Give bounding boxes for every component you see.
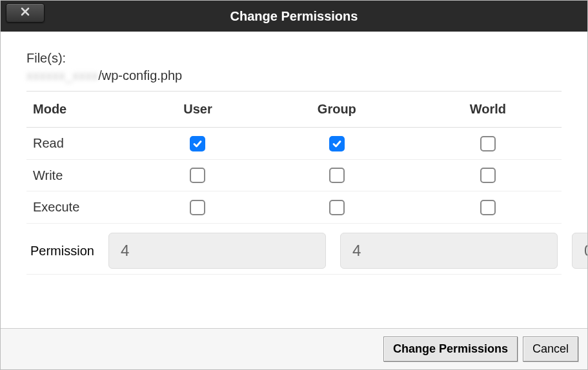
close-icon [20,6,30,19]
checkbox-read-world[interactable] [480,136,496,151]
permissions-dialog: Change Permissions File(s): xxxxxx_xxxx/… [0,0,588,370]
permission-world-input[interactable] [572,233,587,269]
checkbox-read-group[interactable] [329,136,345,151]
table-row: Write [26,159,562,191]
checkbox-execute-user[interactable] [190,200,205,215]
dialog-body: File(s): xxxxxx_xxxx/wp-config.php Mode … [1,32,587,328]
checkbox-write-user[interactable] [190,168,205,183]
permission-label: Permission [26,244,94,258]
cancel-button[interactable]: Cancel [523,336,578,362]
row-label: Read [26,128,136,160]
checkbox-execute-group[interactable] [329,200,345,215]
files-label: File(s): [26,51,562,66]
header-group: Group [259,92,414,128]
permission-row: Permission [26,224,562,275]
checkbox-write-world[interactable] [480,168,496,183]
header-mode: Mode [26,92,136,128]
dialog-footer: Change Permissions Cancel [1,328,587,369]
titlebar: Change Permissions [1,1,587,32]
close-button[interactable] [6,3,45,23]
table-row: Execute [26,191,562,224]
permission-group-input[interactable] [340,233,558,269]
permissions-tbody: ReadWriteExecute [26,128,562,224]
file-path-hidden: xxxxxx_xxxx [26,68,98,83]
checkbox-read-user[interactable] [190,136,205,151]
checkbox-execute-world[interactable] [480,200,496,215]
file-path-visible: /wp-config.php [98,68,182,83]
dialog-title: Change Permissions [1,9,587,24]
files-path: xxxxxx_xxxx/wp-config.php [26,68,562,92]
confirm-button[interactable]: Change Permissions [383,336,518,362]
permissions-table: Mode User Group World ReadWriteExecute [26,92,562,224]
row-label: Write [26,159,136,191]
table-row: Read [26,128,562,160]
permission-user-input[interactable] [108,233,326,269]
header-user: User [136,92,259,128]
header-world: World [414,92,562,128]
row-label: Execute [26,191,136,224]
checkbox-write-group[interactable] [329,168,345,183]
